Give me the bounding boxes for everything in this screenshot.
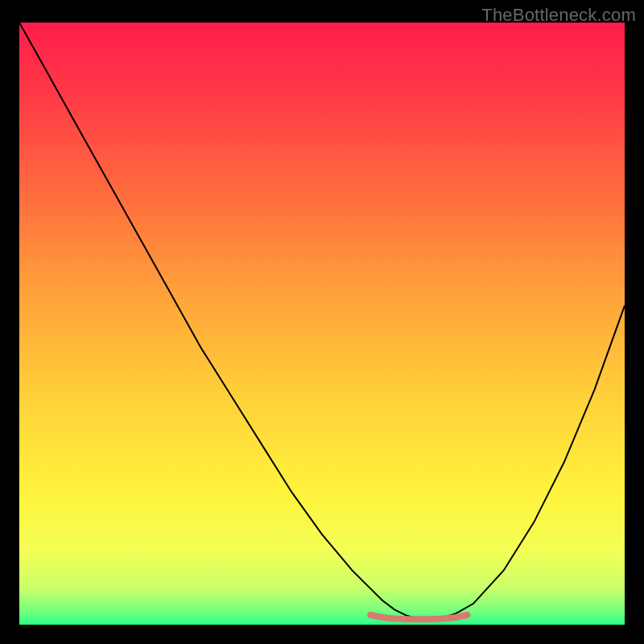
plot-area	[19, 23, 625, 625]
watermark-text: TheBottleneck.com	[481, 5, 636, 26]
chart-frame: TheBottleneck.com	[0, 0, 644, 644]
chart-svg	[19, 23, 625, 625]
